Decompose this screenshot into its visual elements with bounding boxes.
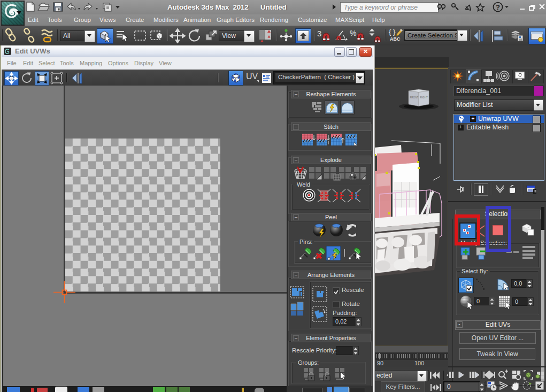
svg-text:?: ? [496,3,500,11]
svg-text:RIGHT: RIGHT [420,96,428,99]
svg-text:FRONT: FRONT [410,96,419,99]
